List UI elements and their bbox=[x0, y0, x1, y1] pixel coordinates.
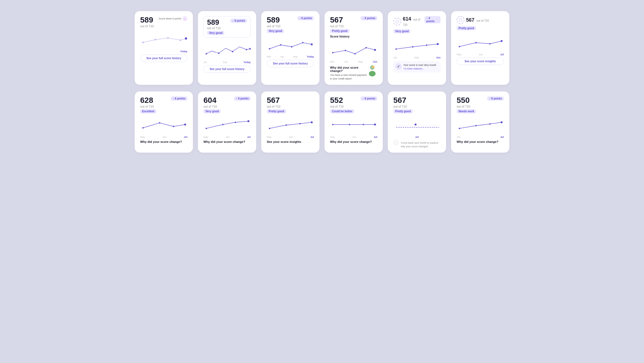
svg-point-29 bbox=[426, 44, 427, 46]
why-change-sub-4: You have a new missed payment in your cr… bbox=[330, 73, 367, 80]
score-badge-r2-4: Could be better bbox=[330, 109, 354, 113]
score-chart-r2-4 bbox=[330, 117, 377, 133]
svg-point-40 bbox=[173, 126, 174, 127]
score-value-5: 614 bbox=[403, 16, 411, 22]
why-change-title-4[interactable]: Why did your score change? bbox=[330, 66, 367, 73]
score-card-r2-6: 550 out of 710 Needs work ↑ 6 points Jun… bbox=[451, 91, 509, 153]
insight-title-5: Your score is now Very Good! bbox=[403, 63, 436, 67]
score-history-btn-3[interactable]: See your full score history bbox=[267, 60, 314, 67]
svg-point-19 bbox=[354, 53, 356, 54]
svg-point-49 bbox=[286, 125, 287, 126]
why-change-r2-4[interactable]: Why did your score change? bbox=[330, 140, 377, 143]
card-row-1: 589 out of 710 Score down 6 points ↓ Tod… bbox=[17, 11, 627, 85]
score-out-6: out of 710 bbox=[477, 19, 489, 22]
svg-point-10 bbox=[249, 48, 251, 50]
score-card-6: 567 out of 710 Pretty good May Jun Jul S… bbox=[451, 11, 509, 85]
points-badge-5: ↑ 4 points bbox=[424, 16, 441, 23]
score-value-4: 567 bbox=[330, 16, 349, 24]
score-history-title-4: Score history bbox=[330, 35, 377, 38]
points-badge-r2-4: ↓ 6 points bbox=[361, 96, 377, 101]
score-value-r2-1: 628 bbox=[140, 96, 156, 104]
svg-point-1 bbox=[155, 39, 156, 41]
chart-labels-5: Apr May Jun bbox=[393, 56, 441, 59]
score-out-4: out of 710 bbox=[330, 24, 349, 28]
svg-point-14 bbox=[291, 46, 293, 48]
score-out-r2-3: out of 710 bbox=[267, 105, 286, 108]
score-chart-1 bbox=[140, 31, 187, 48]
why-change-r2-1[interactable]: Why did your score change? bbox=[140, 140, 187, 143]
points-badge-3: ↓ 6 points bbox=[297, 16, 314, 20]
score-insights-btn-6[interactable]: See your score insights bbox=[457, 58, 504, 65]
chart-labels-2: Jul Dec Today bbox=[203, 61, 251, 64]
svg-point-7 bbox=[218, 53, 220, 54]
score-value-r2-4: 552 bbox=[330, 96, 354, 104]
score-card-r2-2: 604 out of 710 Very good ↑ 6 points May … bbox=[198, 91, 256, 153]
chart-labels-4: Mar Apr May Jun bbox=[330, 60, 377, 63]
insight-sub-5[interactable]: +2 more reasons... bbox=[403, 67, 436, 71]
svg-point-44 bbox=[222, 124, 224, 125]
svg-point-24 bbox=[372, 66, 374, 68]
score-chart-2 bbox=[203, 42, 251, 59]
score-badge-5: Very good bbox=[393, 29, 411, 33]
score-card-r2-3: 567 out of 710 Pretty good May Jun Jul S… bbox=[261, 91, 320, 153]
svg-point-60 bbox=[459, 128, 460, 129]
svg-point-27 bbox=[396, 48, 397, 50]
score-badge-r2-2: Very good bbox=[203, 109, 221, 113]
svg-point-54 bbox=[349, 124, 350, 125]
insight-icon-5: ✓ bbox=[396, 63, 402, 69]
score-card-r2-5: 567 out of 710 Pretty good Jul i Come ba… bbox=[388, 91, 446, 153]
score-value-r2-3: 567 bbox=[267, 96, 286, 104]
svg-point-45 bbox=[235, 122, 236, 123]
points-badge-r2-1: ↓ 6 points bbox=[171, 96, 187, 101]
score-chart-r2-3 bbox=[267, 117, 314, 133]
svg-point-38 bbox=[142, 127, 144, 129]
points-badge-r2-6: ↑ 6 points bbox=[487, 96, 504, 101]
svg-point-9 bbox=[246, 49, 247, 50]
svg-point-8 bbox=[232, 51, 233, 52]
svg-point-34 bbox=[476, 42, 477, 43]
score-card-r2-1: 628 out of 710 Excellent ↓ 6 points May … bbox=[135, 91, 193, 153]
svg-point-53 bbox=[332, 124, 334, 125]
score-insights-r2-3[interactable]: See your score insights bbox=[267, 140, 314, 143]
score-history-btn-2[interactable]: See your full score history bbox=[203, 65, 251, 73]
score-card-1: 589 out of 710 Score down 6 points ↓ Tod… bbox=[135, 11, 193, 85]
chart-labels-r2-3: May Jun Jul bbox=[267, 136, 314, 138]
svg-point-56 bbox=[374, 124, 376, 126]
score-badge-r2-5: Pretty good bbox=[393, 109, 413, 113]
points-badge-r2-2: ↑ 6 points bbox=[234, 96, 251, 101]
come-back-text-r2-5: Come back next month to explore why your… bbox=[401, 141, 441, 148]
score-value-r2-5: 567 bbox=[393, 96, 413, 104]
score-chart-r2-2 bbox=[203, 117, 251, 133]
score-card-4: 567 out of 710 Pretty good ↓ 6 points Sc… bbox=[324, 11, 383, 85]
svg-point-51 bbox=[311, 121, 313, 123]
card-row-2: 628 out of 710 Excellent ↓ 6 points May … bbox=[17, 91, 627, 153]
svg-point-62 bbox=[489, 123, 491, 125]
score-history-btn-1[interactable]: See your full score history bbox=[140, 54, 187, 62]
svg-point-0 bbox=[142, 42, 144, 43]
svg-point-55 bbox=[363, 124, 364, 125]
score-chart-r2-6 bbox=[457, 117, 504, 133]
svg-point-31 bbox=[459, 19, 462, 21]
svg-point-28 bbox=[412, 46, 414, 48]
svg-point-23 bbox=[369, 71, 376, 76]
chart-labels-r2-6: Jun Jul bbox=[457, 136, 504, 138]
svg-point-13 bbox=[280, 44, 281, 46]
chart-labels-1: Today bbox=[140, 50, 187, 53]
svg-point-2 bbox=[167, 37, 169, 39]
score-chart-5 bbox=[393, 37, 441, 54]
svg-point-4 bbox=[185, 38, 187, 40]
score-change-label-1: Score down 6 points bbox=[159, 17, 181, 20]
svg-point-6 bbox=[206, 53, 207, 54]
chart-labels-r2-5: Jul bbox=[393, 136, 441, 138]
why-change-r2-2[interactable]: Why did your score change? bbox=[203, 140, 251, 143]
svg-point-25 bbox=[396, 20, 399, 23]
score-value-1: 589 bbox=[140, 16, 154, 24]
score-value-r2-2: 604 bbox=[203, 96, 221, 104]
score-chart-4 bbox=[330, 41, 377, 58]
svg-point-21 bbox=[374, 49, 376, 51]
svg-point-41 bbox=[184, 124, 186, 126]
score-out-r2-6: out of 710 bbox=[457, 105, 476, 108]
points-badge-4: ↓ 6 points bbox=[361, 16, 377, 20]
why-change-r2-6[interactable]: Why did your score change? bbox=[457, 140, 504, 143]
points-badge-2: ↓ 6 points bbox=[230, 19, 247, 23]
